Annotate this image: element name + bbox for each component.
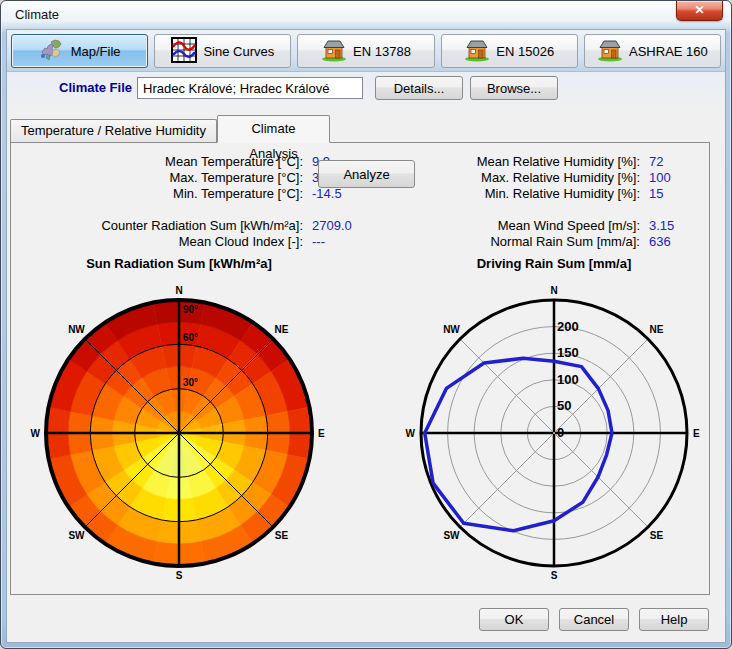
house-icon bbox=[321, 38, 347, 65]
nav-button-label: ASHRAE 160 bbox=[629, 44, 708, 59]
stat-row: Max. Relative Humidity [%]:100 bbox=[360, 170, 674, 186]
svg-text:50: 50 bbox=[557, 398, 571, 413]
nav-button-row: Map/File Sine Curves bbox=[7, 30, 725, 72]
stat-value: 2709.0 bbox=[312, 218, 352, 233]
svg-text:30°: 30° bbox=[183, 377, 198, 388]
svg-text:NW: NW bbox=[443, 324, 460, 335]
dialog-body: Map/File Sine Curves bbox=[6, 29, 726, 643]
stat-label: Mean Cloud Index [-]: bbox=[23, 234, 303, 250]
svg-text:SE: SE bbox=[275, 530, 289, 541]
driving-rain-chart: 200150100500NNEESESSWWNW bbox=[404, 285, 704, 585]
svg-text:150: 150 bbox=[557, 345, 579, 360]
stat-label: Min. Relative Humidity [%]: bbox=[360, 186, 640, 202]
details-button[interactable]: Details... bbox=[375, 76, 463, 100]
tab-climate-analysis[interactable]: Climate Analysis bbox=[217, 115, 330, 143]
stat-value: 15 bbox=[649, 186, 663, 201]
nav-ashrae160-button[interactable]: ASHRAE 160 bbox=[584, 34, 721, 68]
svg-text:200: 200 bbox=[557, 319, 579, 334]
stat-row: Min. Relative Humidity [%]:15 bbox=[360, 186, 674, 202]
stat-row: Max. Temperature [°C]:35.3 bbox=[23, 170, 352, 186]
stat-row: Mean Temperature [°C]:9.9 bbox=[23, 154, 352, 170]
svg-text:N: N bbox=[550, 285, 557, 296]
svg-text:SE: SE bbox=[650, 530, 664, 541]
stat-label: Normal Rain Sum [mm/a]: bbox=[360, 234, 640, 250]
stat-label: Counter Radiation Sum [kWh/m²a]: bbox=[23, 218, 303, 234]
nav-sine-curves-button[interactable]: Sine Curves bbox=[154, 34, 291, 68]
svg-text:N: N bbox=[175, 285, 182, 296]
close-button[interactable]: ✕ bbox=[676, 1, 723, 21]
stat-row: Mean Cloud Index [-]:--- bbox=[23, 234, 352, 250]
stat-label: Min. Temperature [°C]: bbox=[23, 186, 303, 202]
stat-row: Mean Wind Speed [m/s]:3.15 bbox=[360, 218, 674, 234]
tab-bar: Temperature / Relative Humidity Climate … bbox=[10, 115, 710, 142]
nav-button-label: EN 15026 bbox=[496, 44, 554, 59]
svg-text:90°: 90° bbox=[183, 304, 198, 315]
stat-value: 72 bbox=[649, 154, 663, 169]
climate-file-label: Climate File bbox=[27, 80, 132, 95]
house-icon bbox=[464, 38, 490, 65]
climate-file-input[interactable] bbox=[137, 77, 363, 99]
svg-text:NW: NW bbox=[68, 324, 85, 335]
sun-radiation-chart: 30°60°90°NNEESESSWWNW bbox=[29, 285, 329, 585]
cancel-button[interactable]: Cancel bbox=[559, 608, 629, 631]
browse-button[interactable]: Browse... bbox=[470, 76, 558, 100]
stat-row: Normal Rain Sum [mm/a]:636 bbox=[360, 234, 674, 250]
stat-row: Mean Relative Humidity [%]:72 bbox=[360, 154, 674, 170]
stat-label: Max. Temperature [°C]: bbox=[23, 170, 303, 186]
svg-text:W: W bbox=[406, 428, 416, 439]
climate-analysis-panel: Mean Temperature [°C]:9.9 Max. Temperatu… bbox=[10, 142, 710, 595]
nav-button-label: Map/File bbox=[71, 44, 121, 59]
stat-value: --- bbox=[312, 234, 325, 249]
svg-text:E: E bbox=[318, 428, 325, 439]
svg-text:E: E bbox=[693, 428, 700, 439]
stats-left: Mean Temperature [°C]:9.9 Max. Temperatu… bbox=[23, 154, 352, 250]
stat-label: Mean Wind Speed [m/s]: bbox=[360, 218, 640, 234]
svg-text:S: S bbox=[176, 570, 183, 581]
stat-value: 636 bbox=[649, 234, 671, 249]
stat-value: -14.5 bbox=[312, 186, 342, 201]
tab-temperature-relative-humidity[interactable]: Temperature / Relative Humidity bbox=[10, 119, 217, 142]
svg-text:NE: NE bbox=[275, 324, 289, 335]
stat-value: 100 bbox=[649, 170, 671, 185]
svg-text:SW: SW bbox=[443, 530, 460, 541]
nav-button-label: EN 13788 bbox=[353, 44, 411, 59]
sine-curves-icon bbox=[171, 37, 197, 66]
nav-map-file-button[interactable]: Map/File bbox=[11, 34, 148, 68]
nav-en13788-button[interactable]: EN 13788 bbox=[297, 34, 434, 68]
sun-chart-title: Sun Radiation Sum [kWh/m²a] bbox=[29, 256, 329, 271]
close-icon: ✕ bbox=[694, 3, 704, 17]
stat-row: Counter Radiation Sum [kWh/m²a]:2709.0 bbox=[23, 218, 352, 234]
nav-en15026-button[interactable]: EN 15026 bbox=[441, 34, 578, 68]
stats-right: Mean Relative Humidity [%]:72 Max. Relat… bbox=[360, 154, 674, 250]
svg-text:S: S bbox=[551, 570, 558, 581]
stat-label: Max. Relative Humidity [%]: bbox=[360, 170, 640, 186]
help-button[interactable]: Help bbox=[639, 608, 709, 631]
ok-button[interactable]: OK bbox=[479, 608, 549, 631]
climate-dialog: Climate ✕ Map/File bbox=[0, 0, 732, 649]
svg-text:NE: NE bbox=[650, 324, 664, 335]
svg-text:60°: 60° bbox=[183, 332, 198, 343]
svg-text:SW: SW bbox=[68, 530, 85, 541]
stat-label: Mean Relative Humidity [%]: bbox=[360, 154, 640, 170]
house-icon bbox=[597, 38, 623, 65]
window-title: Climate bbox=[15, 7, 59, 22]
climate-file-row: Climate File Details... Browse... bbox=[7, 72, 725, 115]
europe-map-icon bbox=[39, 38, 65, 65]
stat-value: 3.15 bbox=[649, 218, 674, 233]
stat-row: Min. Temperature [°C]:-14.5 bbox=[23, 186, 352, 202]
svg-text:0: 0 bbox=[557, 425, 564, 440]
nav-button-label: Sine Curves bbox=[203, 44, 274, 59]
svg-text:W: W bbox=[31, 428, 41, 439]
rain-chart-title: Driving Rain Sum [mm/a] bbox=[404, 256, 704, 271]
svg-text:100: 100 bbox=[557, 372, 579, 387]
